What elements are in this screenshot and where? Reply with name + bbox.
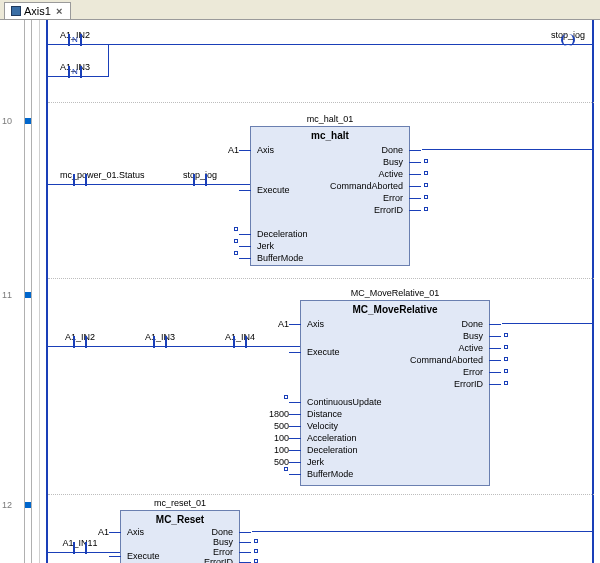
port-stub xyxy=(424,159,428,163)
wire xyxy=(252,531,594,532)
fb-port-execute: Execute xyxy=(127,551,160,561)
fb-port-errorid: ErrorID xyxy=(454,379,483,389)
fb-port-execute: Execute xyxy=(307,347,340,357)
port-stub xyxy=(254,559,258,563)
fb-port-decel: 100Deceleration xyxy=(307,445,358,455)
rung-marker xyxy=(25,502,31,508)
contact-a1-in2[interactable]: A1_IN2 N xyxy=(55,38,95,52)
fb-port-busy: Busy xyxy=(383,157,403,167)
fb-type-name: MC_MoveRelative xyxy=(301,304,489,315)
fb-instance-name: MC_MoveRelative_01 xyxy=(301,288,489,298)
rung-divider xyxy=(48,278,594,279)
contact-a1-in3[interactable]: A1_IN3 N xyxy=(55,70,95,84)
port-stub xyxy=(284,395,288,399)
port-stub xyxy=(424,171,428,175)
fb-port-cmdabort: CommandAborted xyxy=(410,355,483,365)
contact-a1-in2-b[interactable]: A1_IN2 xyxy=(60,340,100,354)
port-stub xyxy=(504,333,508,337)
fb-port-errorid: ErrorID xyxy=(204,557,233,563)
tab-icon xyxy=(11,6,21,16)
fb-port-axis: A1 Axis xyxy=(127,527,144,537)
contact-stop-jog[interactable]: stop_jog xyxy=(180,178,220,192)
fb-port-jerk: Jerk xyxy=(257,241,274,251)
contact-a1-in3-b[interactable]: A1_IN3 xyxy=(140,340,180,354)
port-stub xyxy=(424,207,428,211)
fb-port-buffermode: BufferMode xyxy=(257,253,303,263)
port-stub xyxy=(284,467,288,471)
rung-marker xyxy=(25,118,31,124)
fb-port-decel: Deceleration xyxy=(257,229,308,239)
fb-port-accel: 100Acceleration xyxy=(307,433,357,443)
fb-port-active: Active xyxy=(378,169,403,179)
fb-port-error: Error xyxy=(213,547,233,557)
port-stub xyxy=(504,381,508,385)
port-stub xyxy=(424,183,428,187)
port-stub xyxy=(254,539,258,543)
fb-port-error: Error xyxy=(383,193,403,203)
contact-a1-in4[interactable]: A1_IN4 xyxy=(220,340,260,354)
port-stub xyxy=(504,357,508,361)
fb-port-error: Error xyxy=(463,367,483,377)
fb-port-busy: Busy xyxy=(213,537,233,547)
fb-mc-halt[interactable]: mc_halt_01 mc_halt A1 Axis Execute Decel… xyxy=(250,126,410,266)
edge-icon: N xyxy=(70,67,80,76)
fb-type-name: MC_Reset xyxy=(121,514,239,525)
rung-divider xyxy=(48,494,594,495)
fb-port-buffermode: BufferMode xyxy=(307,469,353,479)
fb-instance-name: mc_reset_01 xyxy=(121,498,239,508)
fb-mc-moverelative[interactable]: MC_MoveRelative_01 MC_MoveRelative A1 Ax… xyxy=(300,300,490,486)
fb-port-execute: Execute xyxy=(257,185,290,195)
edge-icon: N xyxy=(70,35,80,44)
fb-port-errorid: ErrorID xyxy=(374,205,403,215)
fb-port-cmdabort: CommandAborted xyxy=(330,181,403,191)
fb-port-active: Active xyxy=(458,343,483,353)
fb-port-axis: A1 Axis xyxy=(257,145,274,155)
wire xyxy=(422,149,594,150)
wire xyxy=(502,323,594,324)
fb-port-contupdate: ContinuousUpdate xyxy=(307,397,382,407)
rung-number-12: 12 xyxy=(2,500,12,510)
rung-marker xyxy=(25,292,31,298)
fb-mc-reset[interactable]: mc_reset_01 MC_Reset A1 Axis Execute Don… xyxy=(120,510,240,563)
port-stub xyxy=(234,227,238,231)
rung-number-11: 11 xyxy=(2,290,12,300)
fb-port-axis: A1 Axis xyxy=(307,319,324,329)
rung-divider xyxy=(48,102,594,103)
coil-stop-jog[interactable]: stop_jog xyxy=(548,38,588,52)
port-stub xyxy=(424,195,428,199)
fb-type-name: mc_halt xyxy=(251,130,409,141)
ladder-editor[interactable]: 10 11 12 A1_IN2 N A1_IN3 N stop_jog mc_p… xyxy=(0,20,600,563)
port-stub xyxy=(234,251,238,255)
tab-axis1[interactable]: Axis1 × xyxy=(4,2,71,19)
fb-port-distance: 1800Distance xyxy=(307,409,342,419)
fb-port-done: Done xyxy=(211,527,233,537)
tab-close-icon[interactable]: × xyxy=(54,5,64,17)
port-stub xyxy=(234,239,238,243)
wire xyxy=(108,44,109,77)
port-stub xyxy=(254,549,258,553)
fb-port-done: Done xyxy=(381,145,403,155)
tab-bar: Axis1 × xyxy=(0,0,600,20)
rung-number-10: 10 xyxy=(2,116,12,126)
tab-title: Axis1 xyxy=(24,5,51,17)
fb-port-velocity: 500Velocity xyxy=(307,421,338,431)
fb-instance-name: mc_halt_01 xyxy=(251,114,409,124)
fb-port-jerk: 500Jerk xyxy=(307,457,324,467)
wire xyxy=(48,44,594,45)
port-stub xyxy=(504,369,508,373)
contact-mc-power-status[interactable]: mc_power_01.Status xyxy=(60,178,100,192)
fb-port-done: Done xyxy=(461,319,483,329)
fb-port-busy: Busy xyxy=(463,331,483,341)
port-stub xyxy=(504,345,508,349)
contact-a1-in11[interactable]: A1_IN11 xyxy=(60,546,100,560)
